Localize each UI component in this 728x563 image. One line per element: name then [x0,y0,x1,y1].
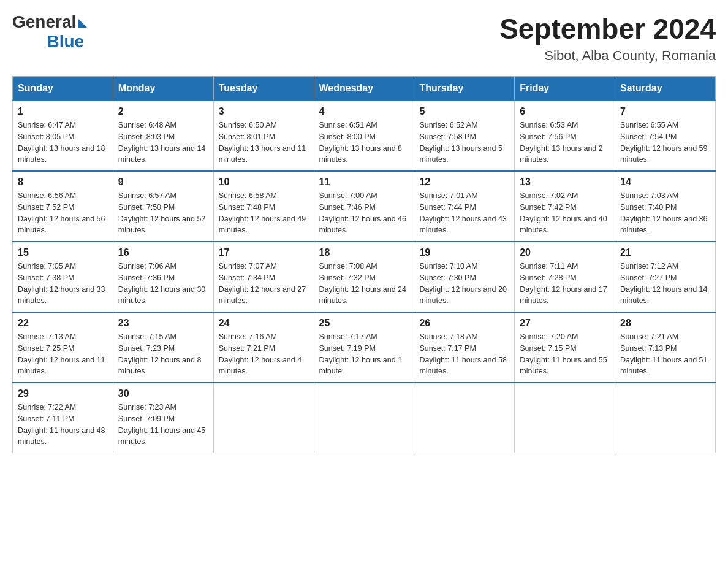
table-row: 24Sunrise: 7:16 AMSunset: 7:21 PMDayligh… [213,312,314,383]
table-row [615,383,716,453]
day-info: Sunrise: 7:17 AMSunset: 7:19 PMDaylight:… [319,331,409,377]
day-info: Sunrise: 6:48 AMSunset: 8:03 PMDaylight:… [118,120,208,166]
table-row: 4Sunrise: 6:51 AMSunset: 8:00 PMDaylight… [314,101,414,171]
day-number: 30 [118,388,208,399]
page-header: General Gen Blue September 2024 Sibot, A… [12,12,716,64]
day-info: Sunrise: 7:15 AMSunset: 7:23 PMDaylight:… [118,331,208,377]
day-number: 15 [18,247,108,258]
day-info: Sunrise: 7:18 AMSunset: 7:17 PMDaylight:… [419,331,509,377]
calendar-subtitle: Sibot, Alba County, Romania [499,48,716,64]
day-info: Sunrise: 7:06 AMSunset: 7:36 PMDaylight:… [118,261,208,307]
table-row [314,383,414,453]
col-saturday: Saturday [615,77,716,101]
day-number: 23 [118,318,208,329]
logo-arrow-icon [78,19,87,28]
table-row: 25Sunrise: 7:17 AMSunset: 7:19 PMDayligh… [314,312,414,383]
day-number: 29 [18,388,108,399]
day-number: 10 [219,177,309,188]
table-row: 28Sunrise: 7:21 AMSunset: 7:13 PMDayligh… [615,312,716,383]
calendar-header-row: Sunday Monday Tuesday Wednesday Thursday… [13,77,716,101]
day-info: Sunrise: 7:10 AMSunset: 7:30 PMDaylight:… [419,261,509,307]
table-row [213,383,314,453]
day-number: 25 [319,318,409,329]
day-number: 6 [520,106,610,117]
day-number: 3 [219,106,309,117]
day-info: Sunrise: 6:55 AMSunset: 7:54 PMDaylight:… [620,120,710,166]
table-row: 14Sunrise: 7:03 AMSunset: 7:40 PMDayligh… [615,171,716,242]
day-info: Sunrise: 6:47 AMSunset: 8:05 PMDaylight:… [18,120,108,166]
table-row: 6Sunrise: 6:53 AMSunset: 7:56 PMDaylight… [515,101,615,171]
day-info: Sunrise: 7:03 AMSunset: 7:40 PMDaylight:… [620,190,710,236]
logo-blue-text: Blue [47,32,84,52]
title-section: September 2024 Sibot, Alba County, Roman… [499,12,716,64]
day-number: 2 [118,106,208,117]
col-monday: Monday [113,77,213,101]
day-info: Sunrise: 7:21 AMSunset: 7:13 PMDaylight:… [620,331,710,377]
table-row: 2Sunrise: 6:48 AMSunset: 8:03 PMDaylight… [113,101,213,171]
table-row: 5Sunrise: 6:52 AMSunset: 7:58 PMDaylight… [414,101,515,171]
table-row: 13Sunrise: 7:02 AMSunset: 7:42 PMDayligh… [515,171,615,242]
table-row: 12Sunrise: 7:01 AMSunset: 7:44 PMDayligh… [414,171,515,242]
calendar-title: September 2024 [499,12,716,45]
table-row: 15Sunrise: 7:05 AMSunset: 7:38 PMDayligh… [13,242,113,312]
day-info: Sunrise: 7:23 AMSunset: 7:09 PMDaylight:… [118,402,208,448]
day-info: Sunrise: 7:02 AMSunset: 7:42 PMDaylight:… [520,190,610,236]
table-row: 18Sunrise: 7:08 AMSunset: 7:32 PMDayligh… [314,242,414,312]
day-info: Sunrise: 7:07 AMSunset: 7:34 PMDaylight:… [219,261,309,307]
day-info: Sunrise: 7:08 AMSunset: 7:32 PMDaylight:… [319,261,409,307]
col-wednesday: Wednesday [314,77,414,101]
col-tuesday: Tuesday [213,77,314,101]
table-row: 19Sunrise: 7:10 AMSunset: 7:30 PMDayligh… [414,242,515,312]
table-row: 20Sunrise: 7:11 AMSunset: 7:28 PMDayligh… [515,242,615,312]
table-row: 16Sunrise: 7:06 AMSunset: 7:36 PMDayligh… [113,242,213,312]
day-number: 20 [520,247,610,258]
table-row: 26Sunrise: 7:18 AMSunset: 7:17 PMDayligh… [414,312,515,383]
day-number: 1 [18,106,108,117]
day-info: Sunrise: 7:05 AMSunset: 7:38 PMDaylight:… [18,261,108,307]
table-row: 3Sunrise: 6:50 AMSunset: 8:01 PMDaylight… [213,101,314,171]
table-row: 7Sunrise: 6:55 AMSunset: 7:54 PMDaylight… [615,101,716,171]
table-row: 30Sunrise: 7:23 AMSunset: 7:09 PMDayligh… [113,383,213,453]
day-info: Sunrise: 6:56 AMSunset: 7:52 PMDaylight:… [18,190,108,236]
table-row: 1Sunrise: 6:47 AMSunset: 8:05 PMDaylight… [13,101,113,171]
table-row [414,383,515,453]
day-info: Sunrise: 6:53 AMSunset: 7:56 PMDaylight:… [520,120,610,166]
calendar-table: Sunday Monday Tuesday Wednesday Thursday… [12,76,716,453]
col-thursday: Thursday [414,77,515,101]
table-row: 21Sunrise: 7:12 AMSunset: 7:27 PMDayligh… [615,242,716,312]
col-sunday: Sunday [13,77,113,101]
day-info: Sunrise: 7:01 AMSunset: 7:44 PMDaylight:… [419,190,509,236]
day-number: 21 [620,247,710,258]
day-number: 14 [620,177,710,188]
table-row: 10Sunrise: 6:58 AMSunset: 7:48 PMDayligh… [213,171,314,242]
day-number: 28 [620,318,710,329]
day-number: 22 [18,318,108,329]
day-info: Sunrise: 7:11 AMSunset: 7:28 PMDaylight:… [520,261,610,307]
calendar-week-row: 8Sunrise: 6:56 AMSunset: 7:52 PMDaylight… [13,171,716,242]
day-number: 17 [219,247,309,258]
calendar-week-row: 29Sunrise: 7:22 AMSunset: 7:11 PMDayligh… [13,383,716,453]
day-number: 12 [419,177,509,188]
table-row: 11Sunrise: 7:00 AMSunset: 7:46 PMDayligh… [314,171,414,242]
table-row: 9Sunrise: 6:57 AMSunset: 7:50 PMDaylight… [113,171,213,242]
table-row: 27Sunrise: 7:20 AMSunset: 7:15 PMDayligh… [515,312,615,383]
table-row: 29Sunrise: 7:22 AMSunset: 7:11 PMDayligh… [13,383,113,453]
day-number: 27 [520,318,610,329]
day-number: 18 [319,247,409,258]
day-info: Sunrise: 7:16 AMSunset: 7:21 PMDaylight:… [219,331,309,377]
day-number: 24 [219,318,309,329]
day-info: Sunrise: 6:58 AMSunset: 7:48 PMDaylight:… [219,190,309,236]
day-info: Sunrise: 7:22 AMSunset: 7:11 PMDaylight:… [18,402,108,448]
calendar-week-row: 1Sunrise: 6:47 AMSunset: 8:05 PMDaylight… [13,101,716,171]
calendar-week-row: 22Sunrise: 7:13 AMSunset: 7:25 PMDayligh… [13,312,716,383]
calendar-week-row: 15Sunrise: 7:05 AMSunset: 7:38 PMDayligh… [13,242,716,312]
day-info: Sunrise: 7:13 AMSunset: 7:25 PMDaylight:… [18,331,108,377]
col-friday: Friday [515,77,615,101]
table-row: 22Sunrise: 7:13 AMSunset: 7:25 PMDayligh… [13,312,113,383]
day-number: 19 [419,247,509,258]
table-row [515,383,615,453]
day-number: 5 [419,106,509,117]
day-number: 16 [118,247,208,258]
table-row: 23Sunrise: 7:15 AMSunset: 7:23 PMDayligh… [113,312,213,383]
table-row: 17Sunrise: 7:07 AMSunset: 7:34 PMDayligh… [213,242,314,312]
